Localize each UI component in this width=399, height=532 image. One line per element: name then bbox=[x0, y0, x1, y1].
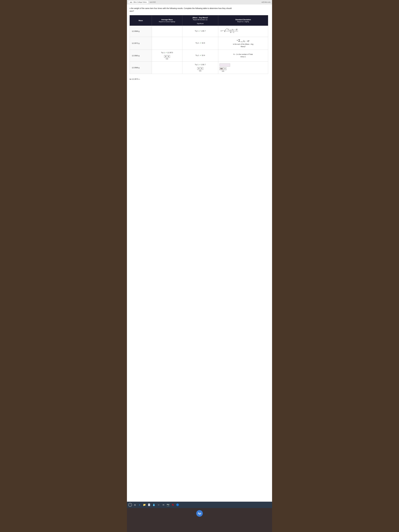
taskbar: O ⊞ e 📁 a 💧 ∞ ✉ 📷 bbox=[127, 502, 272, 508]
start-button[interactable]: O bbox=[128, 503, 132, 507]
main-table: Mass Average Mass Report to Correct SigF… bbox=[130, 15, 268, 74]
std-answer-input[interactable] bbox=[220, 63, 230, 67]
page-content: s the weight of the same item four times… bbox=[127, 4, 272, 502]
word-icon[interactable]: a bbox=[147, 503, 151, 507]
header-avg: Average Mass Report to Correct SigFigs bbox=[152, 15, 182, 26]
summary-text: be 12.3573 ± . bbox=[130, 76, 268, 80]
browser-url: sd2l.blinn.edu bbox=[261, 1, 271, 3]
file-explorer-icon[interactable]: 📁 bbox=[142, 503, 146, 507]
header-sq: (Mass - Avg Mass)² Report All Numbers as… bbox=[182, 15, 218, 26]
sq-cell-1: Try 1: ✓ 1.6E-7 bbox=[182, 26, 218, 37]
ng-score-box: NG 3 bbox=[220, 67, 226, 70]
hp-logo: hp bbox=[196, 510, 203, 517]
avg-cell-2 bbox=[152, 37, 182, 50]
avg-cell-1 bbox=[152, 26, 182, 37]
browser-tab[interactable]: age - Blinn College Online bbox=[128, 1, 148, 3]
std-cell-4: NG 3 Info bbox=[218, 62, 268, 74]
mass-cell-2: 12.3572 g bbox=[130, 37, 152, 50]
infinity-icon[interactable]: ∞ bbox=[157, 503, 160, 507]
table-row: 12.3569 g Try 1: ✓ 1.6E-7 bbox=[130, 26, 268, 37]
mass-cell-4: 12.3568 g bbox=[130, 62, 152, 74]
std-cell-3: N - 1 is the number of Trials minus 1 bbox=[218, 50, 268, 62]
std-cell-1: s = √ N Σ i=1 (xi − x̄)² bbox=[218, 26, 268, 37]
tab-label: age - Blinn College Online bbox=[130, 1, 147, 3]
mass-cell-1: 12.3569 g bbox=[130, 26, 152, 37]
netflix-icon[interactable]: N bbox=[171, 503, 175, 507]
dropbox-icon[interactable]: 💧 bbox=[152, 503, 156, 507]
table-row: 12.3568 g Try 1: ✓ 2.5E-7 bbox=[130, 62, 268, 74]
std-formula: s = √ N Σ i=1 (xi − x̄)² bbox=[220, 28, 267, 35]
photo-icon[interactable]: 📷 bbox=[166, 503, 170, 507]
hp-logo-area: hp bbox=[127, 508, 272, 519]
score-box-row3-avg: 3 3 bbox=[164, 55, 170, 58]
table-row: 12.3572 g Try 1: ✓ 1E-8 bbox=[130, 37, 268, 50]
header-mass: Mass bbox=[130, 15, 152, 26]
email-icon[interactable]: ✉ bbox=[162, 503, 165, 507]
score-box-row4-sq: 3 3 bbox=[197, 67, 203, 70]
sq-cell-3: Try 1: ✓ 1E-6 bbox=[182, 50, 218, 62]
sq-cell-4: Try 1: ✓ 2.5E-7 3 3 Info bbox=[182, 62, 218, 74]
intro-text: s the weight of the same item four times… bbox=[130, 7, 268, 13]
table-row: 12.3583 g Try 1: ✓ 12.3573 3 bbox=[130, 50, 268, 62]
avg-cell-3: Try 1: ✓ 12.3573 3 3 Info bbox=[152, 50, 182, 62]
task-view-icon[interactable]: ⊞ bbox=[133, 503, 137, 507]
browser-bar: age - Blinn College Online nent=632 sd2l… bbox=[127, 0, 272, 4]
edge-icon[interactable]: e bbox=[138, 503, 141, 507]
header-std: Standard Deviation Report to 1 SigFig bbox=[218, 15, 268, 26]
sq-cell-2: Try 1: ✓ 1E-8 bbox=[182, 37, 218, 50]
page-ref: nent=632 bbox=[150, 1, 156, 3]
std-cell-2: N Σ i=1 (xi − x̄)² is the sum of the (Ma… bbox=[218, 37, 268, 50]
mass-cell-3: 12.3583 g bbox=[130, 50, 152, 62]
chrome-icon[interactable]: 🔵 bbox=[176, 503, 179, 507]
avg-cell-4 bbox=[152, 62, 182, 74]
bottom-bar bbox=[127, 519, 272, 532]
